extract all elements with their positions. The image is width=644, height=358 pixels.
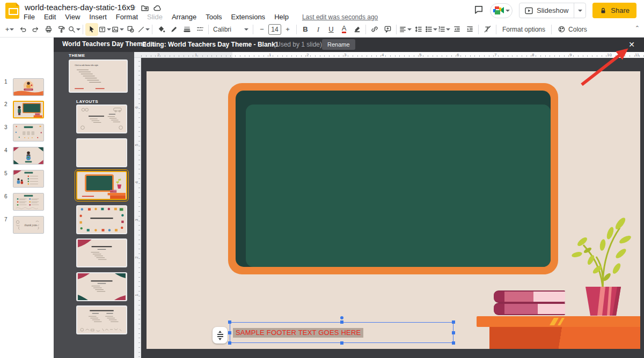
- menu-view[interactable]: View: [65, 13, 80, 21]
- decrease-indent-button[interactable]: [450, 23, 463, 36]
- undo-button[interactable]: [16, 23, 29, 36]
- align-button[interactable]: [399, 23, 412, 36]
- border-color-button[interactable]: [167, 23, 180, 36]
- border-dash-button[interactable]: [193, 23, 206, 36]
- redo-button[interactable]: [29, 23, 42, 36]
- bulleted-list-button[interactable]: [425, 23, 437, 36]
- print-button[interactable]: [42, 23, 55, 36]
- menu-format[interactable]: Format: [116, 13, 138, 21]
- hide-menus-button[interactable]: ⌃: [635, 25, 640, 32]
- chalkboard-frame[interactable]: [228, 83, 558, 274]
- star-icon[interactable]: ☆: [130, 4, 137, 11]
- slides-logo-icon[interactable]: [5, 3, 19, 19]
- resize-handle-s[interactable]: [340, 341, 343, 345]
- slide-3-thumbnail[interactable]: [13, 124, 44, 141]
- menu-insert[interactable]: Insert: [89, 13, 107, 21]
- insert-shape-button[interactable]: [124, 23, 137, 36]
- border-weight-button[interactable]: [180, 23, 193, 36]
- menu-tools[interactable]: Tools: [206, 13, 222, 21]
- menu-arrange[interactable]: Arrange: [172, 13, 196, 21]
- underline-button[interactable]: U: [325, 23, 338, 36]
- close-theme-editor-button[interactable]: ✕: [627, 40, 636, 49]
- increase-indent-button[interactable]: [463, 23, 476, 36]
- slide-5-thumbnail[interactable]: [13, 170, 44, 188]
- resize-handle-se[interactable]: [452, 341, 455, 345]
- layout-5-thumbnail[interactable]: [76, 238, 127, 267]
- layout-1-thumbnail[interactable]: [76, 105, 127, 133]
- resize-handle-nw[interactable]: [228, 320, 231, 324]
- layout-7-thumbnail[interactable]: [76, 305, 127, 334]
- italic-button[interactable]: I: [312, 23, 325, 36]
- slide-4-thumbnail[interactable]: [13, 147, 44, 165]
- insert-link-button[interactable]: [368, 23, 381, 36]
- font-family-select[interactable]: Calibri: [211, 26, 251, 33]
- decrease-font-size-button[interactable]: −: [255, 23, 268, 36]
- slide-canvas[interactable]: SAMPLE FOOTER TEXT GOES HERE: [147, 71, 640, 349]
- rotation-handle[interactable]: [340, 316, 343, 319]
- menu-extensions[interactable]: Extensions: [231, 13, 266, 21]
- toolbar: + Calibri − 14 + B I U A: [0, 21, 644, 38]
- insert-comment-button[interactable]: [381, 23, 394, 36]
- clear-formatting-button[interactable]: [481, 23, 494, 36]
- layouts-section-label: LAYOUTS: [76, 99, 98, 104]
- slide-filmstrip: 1 2 3 4 5: [0, 38, 54, 358]
- text-box-drag-handle[interactable]: [213, 327, 228, 344]
- slide-1-thumbnail[interactable]: [13, 78, 44, 96]
- theme-editor-bar: World Teachers Day Theme⇅ Editing: World…: [54, 38, 644, 52]
- rename-button[interactable]: Rename: [322, 39, 355, 50]
- slide-6-thumbnail[interactable]: [13, 193, 44, 211]
- colors-button[interactable]: Colors: [554, 25, 591, 33]
- resize-handle-e[interactable]: [452, 331, 455, 334]
- document-title[interactable]: world-teachers-day-static-16x9: [25, 3, 135, 12]
- font-size-input[interactable]: 14: [268, 24, 281, 35]
- paint-format-button[interactable]: [55, 23, 68, 36]
- horizontal-ruler: 211234567891011: [134, 52, 644, 58]
- book-top[interactable]: [494, 290, 565, 303]
- slide-7-thumbnail[interactable]: thank you: [13, 216, 44, 234]
- meet-call-button[interactable]: [490, 3, 513, 18]
- bold-button[interactable]: B: [299, 23, 312, 36]
- last-edit-link[interactable]: Last edit was seconds ago: [302, 13, 378, 21]
- comment-history-icon[interactable]: [474, 5, 484, 17]
- slideshow-dropdown-button[interactable]: [574, 3, 586, 18]
- used-by-label: (Used by 1 slide): [274, 41, 322, 48]
- fill-color-button[interactable]: [155, 23, 167, 36]
- slideshow-button[interactable]: Slideshow: [519, 6, 574, 14]
- menu-help[interactable]: Help: [274, 13, 289, 21]
- resize-handle-n[interactable]: [340, 320, 343, 324]
- numbered-list-button[interactable]: [437, 23, 450, 36]
- layout-2-thumbnail[interactable]: [76, 138, 127, 167]
- layout-4-thumbnail[interactable]: [76, 205, 127, 234]
- new-slide-button[interactable]: +: [3, 23, 16, 36]
- plant-illustration[interactable]: [569, 214, 637, 317]
- layout-3-thumbnail-selected[interactable]: [76, 171, 127, 200]
- layout-6-thumbnail[interactable]: [76, 272, 127, 301]
- menu-file[interactable]: File: [24, 13, 35, 21]
- zoom-button[interactable]: [68, 23, 80, 36]
- menu-edit[interactable]: Edit: [44, 13, 56, 21]
- move-folder-icon[interactable]: [141, 5, 149, 12]
- slide-2-thumbnail-selected[interactable]: [13, 101, 44, 118]
- select-tool-button[interactable]: [85, 23, 98, 36]
- chalkboard-dark-green: [236, 91, 551, 267]
- theme-name-select[interactable]: World Teachers Day Theme⇅: [62, 40, 156, 48]
- insert-image-button[interactable]: [111, 23, 124, 36]
- theme-master-thumbnail[interactable]: Click to edit theme title style: [69, 59, 128, 93]
- text-box-button[interactable]: [98, 23, 111, 36]
- desk-shelf-body[interactable]: [489, 327, 640, 349]
- footer-placeholder-text[interactable]: SAMPLE FOOTER TEXT GOES HERE: [233, 328, 363, 338]
- resize-handle-ne[interactable]: [452, 320, 455, 324]
- resize-handle-w[interactable]: [228, 331, 231, 334]
- increase-font-size-button[interactable]: +: [281, 23, 294, 36]
- book-bottom[interactable]: [494, 303, 565, 315]
- insert-line-button[interactable]: [137, 23, 150, 36]
- highlight-color-button[interactable]: [350, 23, 363, 36]
- share-button[interactable]: Share: [592, 3, 636, 18]
- resize-handle-sw[interactable]: [228, 341, 231, 345]
- format-options-button[interactable]: Format options: [499, 26, 549, 33]
- desk-shelf-top[interactable]: [477, 316, 640, 327]
- footer-text-box[interactable]: SAMPLE FOOTER TEXT GOES HERE: [230, 322, 453, 343]
- line-spacing-button[interactable]: [412, 23, 425, 36]
- text-color-button[interactable]: A: [338, 23, 350, 36]
- cloud-status-icon[interactable]: [153, 5, 162, 12]
